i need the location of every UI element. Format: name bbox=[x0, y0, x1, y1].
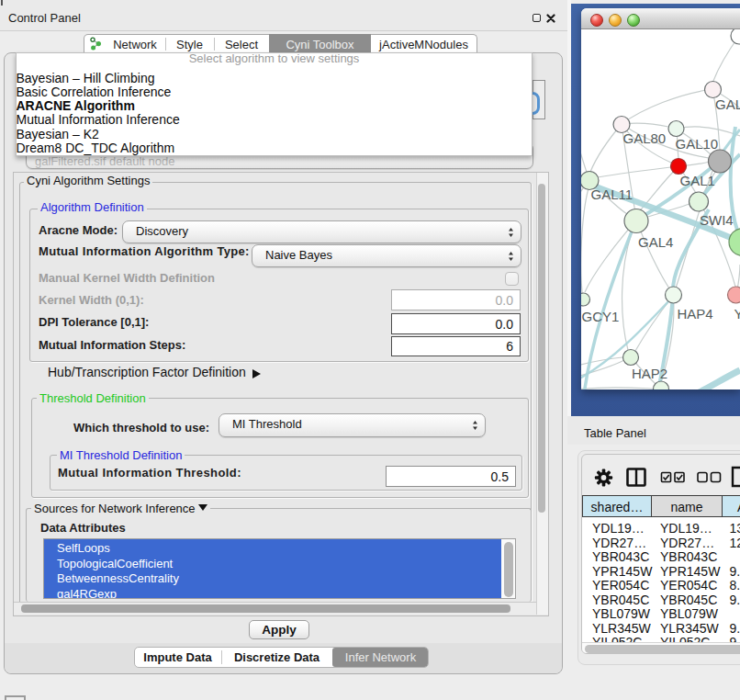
svg-text:SWI4: SWI4 bbox=[700, 212, 734, 228]
svg-text:GAL2: GAL2 bbox=[715, 96, 740, 112]
svg-text:GAL80: GAL80 bbox=[623, 130, 667, 146]
svg-text:Y: Y bbox=[734, 306, 740, 322]
svg-text:GAL10: GAL10 bbox=[676, 136, 719, 152]
svg-text:GCY1: GCY1 bbox=[582, 309, 620, 324]
svg-text:GAL1: GAL1 bbox=[680, 173, 715, 188]
svg-text:GAL11: GAL11 bbox=[591, 186, 633, 202]
svg-text:HAP4: HAP4 bbox=[678, 306, 713, 322]
svg-text:GAL4: GAL4 bbox=[638, 234, 673, 250]
svg-text:HAP2: HAP2 bbox=[632, 366, 667, 381]
